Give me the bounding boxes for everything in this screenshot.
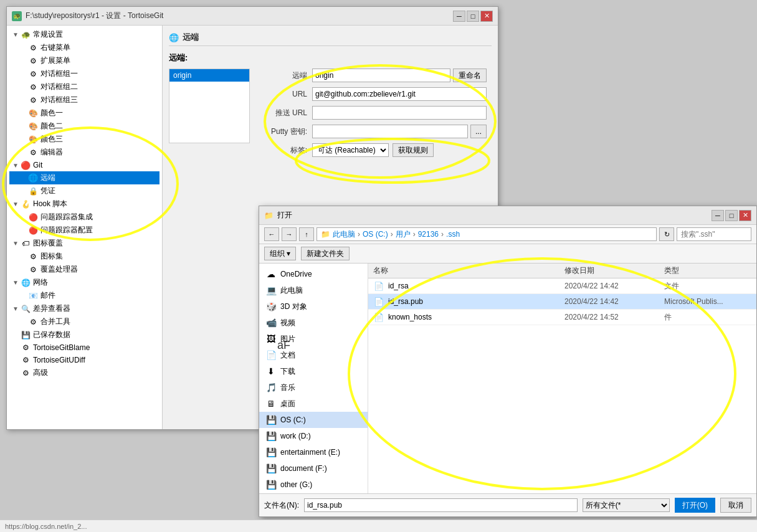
sidebar-item-doc-f[interactable]: 💾 document (F:)	[259, 460, 368, 477]
tree-item-dialog1[interactable]: ⚙ 对话框组一	[9, 67, 159, 80]
tree-item-color1[interactable]: 🎨 颜色一	[9, 107, 159, 120]
push-url-input[interactable]	[312, 106, 487, 120]
tree-item-saved-data[interactable]: 💾 已保存数据	[9, 328, 159, 341]
id-rsa-icon: 📄	[373, 280, 384, 292]
search-input[interactable]	[677, 227, 751, 241]
back-button[interactable]: ←	[264, 227, 279, 241]
url-input[interactable]	[312, 87, 487, 101]
file-row-known-hosts[interactable]: 📄 known_hosts 2020/4/22 14:52 件	[368, 310, 756, 325]
cancel-dialog-button[interactable]: 取消	[720, 498, 751, 513]
tree-label-dialog1: 对话框组一	[40, 69, 78, 79]
file-row-id-rsa[interactable]: 📄 id_rsa 2020/4/22 14:42 文件	[368, 278, 756, 294]
tree-item-mail[interactable]: 📧 邮件	[9, 289, 159, 302]
tree-label-blame: TortoiseGitBlame	[33, 343, 90, 352]
form-row-url: URL	[262, 87, 487, 101]
tree-item-blame[interactable]: ⚙ TortoiseGitBlame	[9, 341, 159, 354]
tree-item-dialog3[interactable]: ⚙ 对话框组三	[9, 93, 159, 107]
address-bar[interactable]: 📁 此电脑 › OS (C:) › 用户 › 92136 › .ssh	[317, 227, 657, 241]
remote-list-item-origin[interactable]: origin	[169, 69, 249, 82]
tree-item-hook[interactable]: ▼ 🪝 Hook 脚本	[9, 197, 159, 211]
form-row-tag: 标签: 可达 (Reachable) 全部 无 获取规则	[262, 143, 487, 157]
breadcrumb-users[interactable]: 用户	[396, 229, 411, 240]
minimize-button[interactable]: ─	[453, 11, 465, 22]
tree-item-overlay-handler[interactable]: ⚙ 覆盖处理器	[9, 263, 159, 276]
open-dialog-title: 打开	[277, 210, 292, 221]
tree-item-dialog2[interactable]: ⚙ 对话框组二	[9, 80, 159, 93]
breadcrumb-ssh[interactable]: .ssh	[446, 230, 460, 239]
tree-item-udiff[interactable]: ⚙ TortoiseGitUDiff	[9, 354, 159, 366]
tree-item-advanced[interactable]: ⚙ 高级	[9, 366, 159, 379]
sidebar-label-music: 音乐	[280, 382, 295, 393]
sidebar-label-ent-e: entertainment (E:)	[280, 448, 340, 457]
maximize-button[interactable]: □	[467, 11, 479, 22]
tag-select[interactable]: 可达 (Reachable) 全部 无	[312, 143, 389, 157]
sidebar-label-other-g: other (G:)	[280, 480, 312, 489]
tree-item-iconset[interactable]: ⚙ 图标集	[9, 250, 159, 263]
tree-item-overlay[interactable]: ▼ 🏷 图标覆盖	[9, 237, 159, 250]
open-button[interactable]: 打开(O)	[675, 498, 715, 513]
remote-name-input[interactable]	[312, 69, 450, 82]
filetype-select[interactable]: 所有文件(*	[583, 498, 670, 512]
new-folder-button[interactable]: 新建文件夹	[301, 247, 350, 260]
tree-label-diff: 差异查看器	[33, 303, 70, 314]
rename-button[interactable]: 重命名	[453, 69, 487, 82]
sidebar-item-this-pc[interactable]: 💻 此电脑	[259, 282, 368, 298]
tree-label-remote: 远端	[40, 173, 55, 183]
tree-item-remote[interactable]: 🌐 远端	[9, 171, 159, 184]
tree-item-git[interactable]: ▼ 🔴 Git	[9, 159, 159, 171]
up-button[interactable]: ↑	[299, 227, 314, 241]
tree-item-diff[interactable]: ▼ 🔍 差异查看器	[9, 302, 159, 315]
browse-putty-button[interactable]: ...	[470, 125, 487, 138]
sidebar-label-work-d: work (D:)	[280, 432, 311, 440]
open-dialog-minimize[interactable]: ─	[712, 210, 724, 221]
tree-item-color3[interactable]: 🎨 颜色三	[9, 133, 159, 146]
forward-button[interactable]: →	[282, 227, 297, 241]
sidebar-item-videos[interactable]: 📹 视频	[259, 315, 368, 331]
refresh-button[interactable]: ↻	[659, 227, 674, 241]
putty-label: Putty 密钥:	[262, 126, 312, 137]
filename-input[interactable]	[304, 498, 578, 512]
remote-name-label: 远端	[262, 70, 312, 81]
tree-item-color2[interactable]: 🎨 颜色二	[9, 120, 159, 133]
sidebar-item-ent-e[interactable]: 💾 entertainment (E:)	[259, 444, 368, 460]
section-title-text: 远端	[183, 32, 199, 43]
organize-button[interactable]: 组织 ▾	[264, 247, 296, 260]
breadcrumb-user-id[interactable]: 92136	[418, 230, 439, 239]
tree-item-editor[interactable]: ⚙ 编辑器	[9, 146, 159, 159]
fetch-rules-button[interactable]: 获取规则	[393, 143, 434, 157]
sidebar-label-documents: 文档	[280, 350, 295, 361]
tree-item-merge[interactable]: ⚙ 合并工具	[9, 315, 159, 328]
sidebar-item-other-g[interactable]: 💾 other (G:)	[259, 477, 368, 493]
tree-item-credentials[interactable]: 🔒 凭证	[9, 184, 159, 197]
tree-item-general[interactable]: ▼ 🐢 常规设置	[9, 28, 159, 41]
tree-item-tracker[interactable]: 🔴 问题跟踪器集成	[9, 211, 159, 224]
sidebar-item-desktop[interactable]: 🖥 桌面	[259, 396, 368, 412]
tree-item-network[interactable]: ▼ 🌐 网络	[9, 276, 159, 289]
sidebar-item-work-d[interactable]: 💾 work (D:)	[259, 428, 368, 444]
tree-icon-credentials: 🔒	[28, 186, 38, 196]
this-pc-icon: 💻	[265, 285, 277, 296]
tree-label-iconset: 图标集	[40, 251, 63, 262]
tree-item-context-menu[interactable]: ⚙ 右键菜单	[9, 41, 159, 54]
sidebar-item-onedrive[interactable]: ☁ OneDrive	[259, 266, 368, 282]
tree-item-ext-menu[interactable]: ⚙ 扩展菜单	[9, 54, 159, 67]
sidebar-item-music[interactable]: 🎵 音乐	[259, 379, 368, 396]
putty-key-input[interactable]	[312, 125, 468, 138]
dialog-files: 名称 修改日期 类型 📄 id_rsa 2020/4/22 14:42 文件 📄…	[368, 264, 756, 493]
form-row-remote-name: 远端 重命名	[262, 69, 487, 82]
file-row-id-rsa-pub[interactable]: 📄 id_rsa.pub 2020/4/22 14:42 Microsoft P…	[368, 294, 756, 310]
tree-item-tracker-cfg[interactable]: 🔴 问题跟踪器配置	[9, 224, 159, 237]
downloads-icon: ⬇	[265, 366, 277, 377]
sidebar-item-pictures[interactable]: 🖼 图片	[259, 331, 368, 347]
tree-icon-git: 🔴	[21, 160, 31, 170]
close-button[interactable]: ✕	[480, 11, 493, 22]
sidebar-item-3d[interactable]: 🎲 3D 对象	[259, 298, 368, 315]
breadcrumb-this-pc[interactable]: 此电脑	[333, 229, 355, 240]
open-dialog-close[interactable]: ✕	[739, 210, 751, 221]
sidebar-item-documents[interactable]: 📄 文档	[259, 347, 368, 363]
open-dialog-titlebar: 📁 打开 ─ □ ✕	[259, 206, 756, 225]
sidebar-item-downloads[interactable]: ⬇ 下载	[259, 363, 368, 379]
breadcrumb-os-c[interactable]: OS (C:)	[363, 230, 388, 239]
sidebar-item-os-c[interactable]: 💾 OS (C:)	[259, 412, 368, 428]
open-dialog-maximize[interactable]: □	[725, 210, 738, 221]
